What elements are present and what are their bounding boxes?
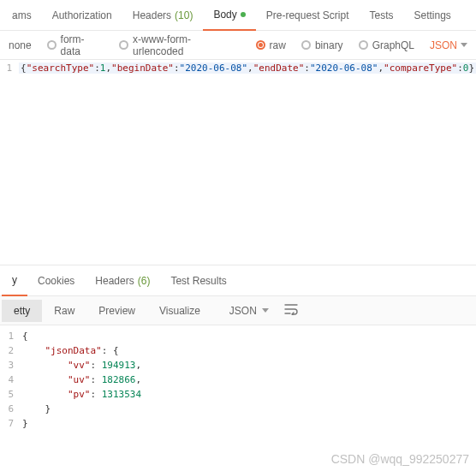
tab-tests[interactable]: Tests [359,0,403,31]
wrap-lines-icon[interactable] [284,303,300,318]
tab-headers-label: Headers [133,9,171,21]
radio-icon [256,40,265,50]
editor-line: 1 {"searchType":1,"beginDate":"2020-06-0… [0,60,476,75]
response-format-dropdown[interactable]: JSON [221,300,277,322]
radio-raw-label: raw [270,39,286,51]
resp-headers-count: (6) [138,275,151,287]
line-number: 7 [0,418,22,429]
content-type-dropdown[interactable]: JSON [425,39,473,51]
watermark-text: CSDN @wqq_992250277 [331,452,469,466]
code-line: } [22,403,51,414]
headers-count: (10) [175,9,193,21]
body-dirty-dot-icon [241,12,246,17]
tab-settings[interactable]: Settings [404,0,461,31]
view-preview-button[interactable]: Preview [86,300,147,322]
radio-form-data[interactable]: form-data [42,33,109,57]
line-number: 4 [0,374,22,385]
line-number: 1 [0,331,22,342]
radio-icon [47,40,57,50]
response-format-label: JSON [229,305,257,317]
code-line: { [22,331,28,342]
response-body-editor[interactable]: 1{ 2 "jsonData": { 3 "vv": 194913, 4 "uv… [0,325,476,431]
tab-body-label: Body [213,9,236,21]
code-line: "vv": 194913, [22,360,141,371]
radio-none-label: none [9,39,32,51]
line-number: 1 [0,63,19,74]
radio-binary-label: binary [315,39,343,51]
radio-binary[interactable]: binary [296,39,348,51]
resp-tab-headers[interactable]: Headers (6) [85,265,160,296]
code-line: "jsonData": { [22,345,119,356]
tab-body[interactable]: Body [203,0,255,31]
chevron-down-icon [262,308,269,313]
radio-icon [301,40,311,50]
resp-tab-body[interactable]: y [2,265,27,296]
request-tabs: ams Authorization Headers (10) Body Pre-… [0,0,476,31]
code-line: } [22,418,28,429]
radio-none[interactable]: none [3,39,37,51]
resp-tab-test-results[interactable]: Test Results [160,265,236,296]
radio-icon [119,40,128,50]
line-number: 5 [0,389,22,400]
tab-params[interactable]: ams [2,0,42,31]
radio-raw[interactable]: raw [251,39,291,51]
radio-icon [359,40,368,50]
code-line: {"searchType":1,"beginDate":"2020-06-08"… [19,63,476,74]
radio-graphql[interactable]: GraphQL [354,39,419,51]
tab-authorization[interactable]: Authorization [42,0,122,31]
body-type-row: none form-data x-www-form-urlencoded raw… [0,31,476,60]
resp-headers-label: Headers [95,275,134,287]
view-visualize-button[interactable]: Visualize [147,300,212,322]
chevron-down-icon [461,43,467,47]
view-raw-button[interactable]: Raw [42,300,86,322]
code-line: "uv": 182866, [22,374,141,385]
resp-tab-cookies[interactable]: Cookies [27,265,85,296]
line-number: 3 [0,360,22,371]
view-pretty-button[interactable]: etty [2,300,42,322]
tab-headers[interactable]: Headers (10) [122,0,204,31]
radio-xwww-label: x-www-form-urlencoded [133,33,241,57]
tab-prerequest[interactable]: Pre-request Script [256,0,360,31]
request-body-editor[interactable]: 1 {"searchType":1,"beginDate":"2020-06-0… [0,60,476,265]
line-number: 2 [0,345,22,356]
code-line: "pv": 1313534 [22,389,141,400]
response-toolbar: etty Raw Preview Visualize JSON [0,296,476,325]
radio-formdata-label: form-data [61,33,104,57]
radio-xwww[interactable]: x-www-form-urlencoded [114,33,245,57]
response-tabs: y Cookies Headers (6) Test Results [0,265,476,296]
line-number: 6 [0,403,22,414]
radio-graphql-label: GraphQL [372,39,414,51]
content-type-label: JSON [430,39,457,51]
